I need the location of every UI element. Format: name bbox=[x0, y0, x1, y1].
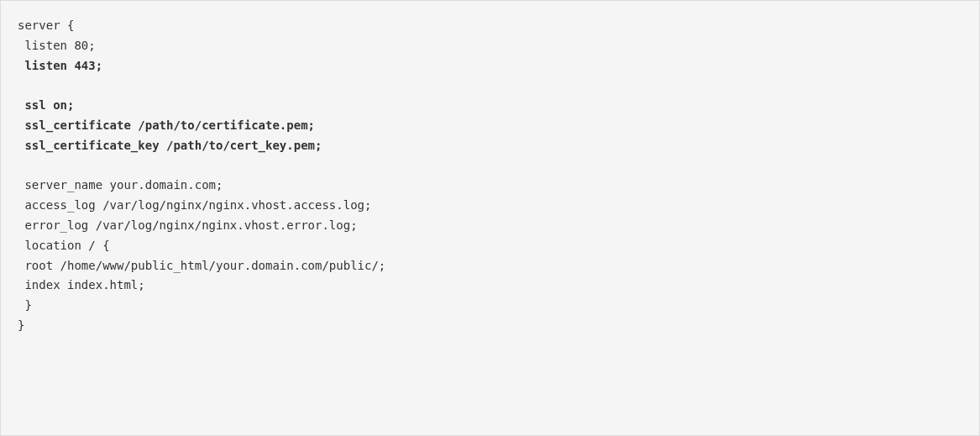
nginx-config-code-block: server {listen 80;listen 443; ssl on;ssl… bbox=[0, 0, 980, 436]
code-blank-line bbox=[18, 76, 962, 96]
code-line: access_log /var/log/nginx/nginx.vhost.ac… bbox=[18, 196, 962, 216]
code-line: location / { bbox=[18, 236, 962, 256]
code-line: } bbox=[18, 296, 962, 316]
code-line: server { bbox=[18, 16, 962, 36]
code-line: ssl_certificate_key /path/to/cert_key.pe… bbox=[18, 136, 962, 156]
code-line: listen 80; bbox=[18, 36, 962, 56]
code-line: ssl on; bbox=[18, 96, 962, 116]
code-line: index index.html; bbox=[18, 276, 962, 296]
code-line: } bbox=[18, 316, 962, 336]
code-line: error_log /var/log/nginx/nginx.vhost.err… bbox=[18, 216, 962, 236]
code-line: listen 443; bbox=[18, 56, 962, 76]
code-line: ssl_certificate /path/to/certificate.pem… bbox=[18, 116, 962, 136]
code-line: server_name your.domain.com; bbox=[18, 176, 962, 196]
code-line: root /home/www/public_html/your.domain.c… bbox=[18, 256, 962, 276]
code-blank-line bbox=[18, 156, 962, 176]
